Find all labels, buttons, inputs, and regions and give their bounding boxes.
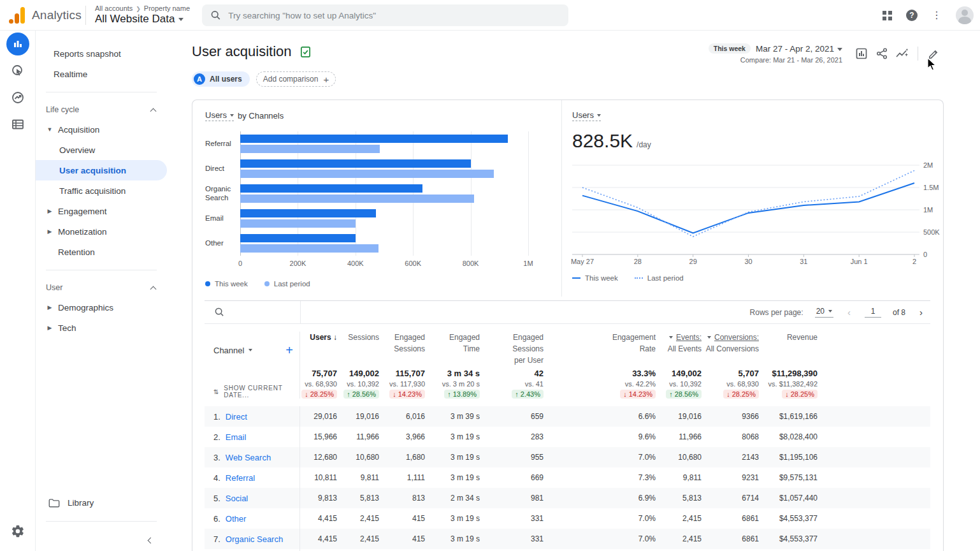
channel-link-web-search[interactable]: Web Search bbox=[226, 453, 271, 462]
global-search[interactable] bbox=[202, 4, 568, 26]
channel-link-organic-search[interactable]: Organic Search bbox=[226, 534, 283, 544]
column-header-engaged[interactable]: EngagedTime bbox=[426, 332, 481, 369]
bar-this-week[interactable] bbox=[240, 159, 471, 168]
y-tick-label: 1.5M bbox=[923, 184, 939, 191]
column-header-users[interactable]: Users ↓ bbox=[300, 332, 338, 369]
row-metric-cell: 4,415 bbox=[300, 529, 338, 549]
sidebar-item-acquisition[interactable]: ▼Acquisition bbox=[36, 119, 167, 140]
bar-chart-plot: ReferralDirectOrganic SearchEmailOther bbox=[240, 131, 528, 256]
dimension-label: Channel bbox=[213, 346, 244, 355]
sidebar-item-monetization[interactable]: ▶Monetization bbox=[36, 221, 167, 242]
channel-link-referral[interactable]: Referral bbox=[226, 473, 255, 483]
collapse-sidebar-button[interactable] bbox=[36, 529, 167, 551]
sidebar-item-overview[interactable]: Overview bbox=[36, 140, 167, 160]
rail-library-button[interactable] bbox=[0, 111, 36, 138]
page-title: User acquisition bbox=[192, 43, 292, 60]
bar-group-direct: Direct bbox=[240, 156, 528, 181]
line-metric-dropdown[interactable]: Users bbox=[572, 110, 601, 121]
sidebar-item-traffic-acquisition[interactable]: Traffic acquisition bbox=[36, 180, 167, 201]
x-tick-label: 0 bbox=[238, 260, 242, 267]
bar-last-period[interactable] bbox=[240, 219, 356, 228]
x-tick-label: 28 bbox=[634, 258, 642, 265]
chart-options-button[interactable] bbox=[851, 43, 872, 64]
date-range-selector[interactable]: Mar 27 - Apr 2, 2021 bbox=[756, 44, 842, 54]
rail-advertising-button[interactable] bbox=[0, 84, 36, 111]
help-icon[interactable]: ? bbox=[906, 10, 918, 21]
rail-realtime-button[interactable] bbox=[0, 57, 36, 84]
sidebar-section-life-cycle[interactable]: Life cycle bbox=[36, 100, 167, 119]
bar-this-week[interactable] bbox=[240, 234, 356, 242]
column-header-events-[interactable]: Events:All Events bbox=[657, 332, 703, 369]
sidebar-item-retention[interactable]: Retention bbox=[36, 242, 167, 262]
more-menu-icon[interactable]: ⋮ bbox=[932, 10, 942, 20]
triangle-right-icon: ▶ bbox=[46, 304, 54, 311]
column-header-sessions[interactable]: Sessions bbox=[338, 332, 380, 369]
bar-last-period[interactable] bbox=[240, 244, 378, 253]
bar-last-period[interactable] bbox=[240, 145, 380, 153]
row-metric-cell: 415 bbox=[380, 529, 426, 549]
totals-value: 3 m 34 s bbox=[447, 369, 480, 378]
row-metric-cell: 283 bbox=[481, 427, 545, 447]
header-line1: Engaged Sessions bbox=[482, 332, 544, 355]
row-metric-cell: 331 bbox=[481, 529, 545, 549]
chevron-down-icon bbox=[828, 310, 832, 312]
avatar[interactable] bbox=[956, 6, 974, 24]
edit-button[interactable] bbox=[923, 43, 944, 64]
channel-link-other[interactable]: Other bbox=[226, 514, 247, 524]
property-selector[interactable]: All Website Data bbox=[95, 13, 190, 26]
show-current-date-toggle[interactable]: ⇅SHOW CURRENT DATE... bbox=[213, 385, 298, 399]
sidebar-item-reports-snapshot[interactable]: Reports snapshot bbox=[36, 43, 167, 64]
bar-this-week[interactable] bbox=[240, 209, 376, 217]
sidebar-divider bbox=[46, 521, 157, 522]
row-metric-cell: 1,680 bbox=[380, 447, 426, 467]
delta-value: 14.23% bbox=[398, 390, 422, 398]
column-header-conversions-[interactable]: Conversions:All Conversions bbox=[703, 332, 760, 369]
sidebar-item-tech[interactable]: ▶Tech bbox=[36, 318, 167, 338]
sidebar-item-user-acquisition[interactable]: User acquisition bbox=[36, 160, 167, 180]
table-row: 3.Web Search12,68010,6801,6803 m 19 s955… bbox=[205, 447, 930, 467]
channel-link-email[interactable]: Email bbox=[226, 432, 247, 442]
row-metric-cell: 11,966 bbox=[338, 427, 380, 447]
row-metric-cell: 5,813 bbox=[657, 488, 703, 508]
add-column-button[interactable]: + bbox=[285, 344, 293, 356]
insights-button[interactable] bbox=[892, 43, 912, 64]
rail-reports-button[interactable] bbox=[0, 31, 36, 57]
bar-this-week[interactable] bbox=[240, 184, 422, 193]
next-page-button[interactable]: › bbox=[917, 307, 925, 318]
apps-grid-icon[interactable] bbox=[883, 11, 892, 20]
row-metric-cell: 9,813 bbox=[300, 488, 338, 508]
channel-link-direct[interactable]: Direct bbox=[226, 412, 247, 422]
sidebar-item-engagement[interactable]: ▶Engagement bbox=[36, 201, 167, 221]
saved-report-icon[interactable] bbox=[299, 46, 312, 58]
prev-page-button[interactable]: ‹ bbox=[845, 307, 853, 318]
analytics-logo[interactable]: Analytics bbox=[0, 7, 83, 24]
sidebar-item-demographics[interactable]: ▶Demographics bbox=[36, 297, 167, 318]
column-header-revenue[interactable]: Revenue bbox=[760, 332, 819, 369]
rows-per-page-select[interactable]: 20 bbox=[815, 307, 833, 318]
segment-chip-all-users[interactable]: A All users bbox=[192, 71, 250, 87]
column-header-engaged[interactable]: EngagedSessions bbox=[380, 332, 426, 369]
search-input[interactable] bbox=[228, 11, 559, 20]
channel-link-social[interactable]: Social bbox=[226, 494, 248, 503]
sidebar-item-library[interactable]: Library bbox=[36, 492, 167, 513]
sidebar-section-user[interactable]: User bbox=[36, 278, 167, 297]
bar-metric-dropdown[interactable]: Users bbox=[205, 110, 234, 121]
row-metric-cell: 3 m 39 s bbox=[426, 406, 481, 427]
column-header-engagement[interactable]: EngagementRate bbox=[545, 332, 657, 369]
page-number-input[interactable]: 1 bbox=[865, 307, 881, 318]
rows-per-page-value: 20 bbox=[816, 307, 825, 316]
bar-last-period[interactable] bbox=[240, 195, 474, 203]
row-metric-cell: 7.3% bbox=[545, 467, 657, 488]
dimension-selector[interactable]: Channel bbox=[213, 346, 252, 355]
sidebar-item-realtime[interactable]: Realtime bbox=[36, 64, 167, 84]
table-search-icon[interactable] bbox=[215, 307, 224, 317]
column-header-engaged-sessions[interactable]: Engaged Sessionsper User bbox=[481, 332, 545, 369]
y-tick-label: 0 bbox=[923, 251, 927, 258]
share-button[interactable] bbox=[872, 43, 892, 64]
add-comparison-button[interactable]: Add comparison + bbox=[256, 71, 336, 87]
rail-admin-button[interactable] bbox=[0, 518, 36, 545]
delta-badge: ↑28.56% bbox=[666, 390, 702, 399]
bar-last-period[interactable] bbox=[240, 170, 494, 178]
bar-this-week[interactable] bbox=[240, 135, 508, 143]
bar-chart-panel: Users by Channels ReferralDirectOrganic … bbox=[192, 100, 562, 297]
